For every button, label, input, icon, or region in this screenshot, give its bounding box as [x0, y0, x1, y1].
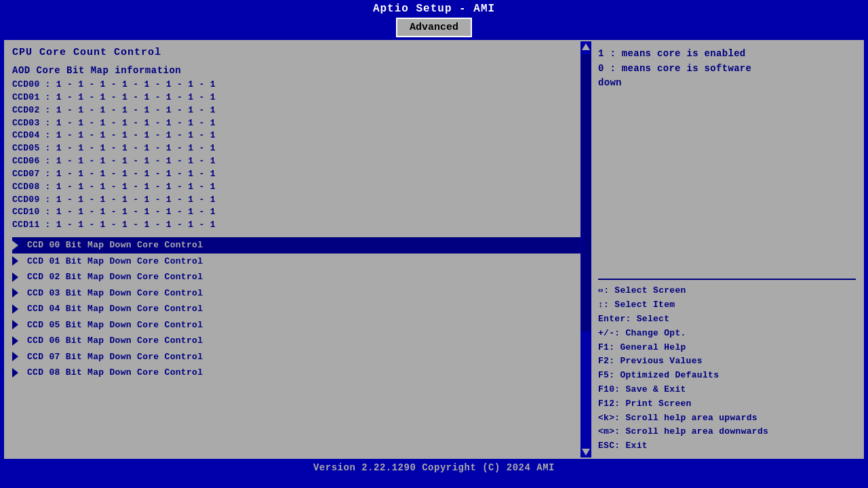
page-title: CPU Core Count Control	[12, 47, 586, 58]
help-divider	[598, 279, 856, 280]
tab-advanced[interactable]: Advanced	[396, 18, 472, 37]
menu-item-label: CCD 04 Bit Map Down Core Control	[27, 302, 203, 316]
submenu-arrow-icon	[12, 320, 23, 329]
key-legend-item: ⇔: Select Screen	[598, 284, 856, 298]
ccd-row: CCD09 : 1 - 1 - 1 - 1 - 1 - 1 - 1 - 1	[12, 194, 586, 207]
scroll-down-button[interactable]	[582, 449, 590, 455]
key-legend-item: +/-: Change Opt.	[598, 327, 856, 341]
menu-item[interactable]: CCD 05 Bit Map Down Core Control	[12, 317, 586, 333]
menu-item-label: CCD 08 Bit Map Down Core Control	[27, 366, 203, 380]
submenu-arrow-icon	[12, 304, 23, 314]
menu-item-label: CCD 01 Bit Map Down Core Control	[27, 255, 203, 268]
key-legend-item: F5: Optimized Defaults	[598, 369, 856, 383]
app-title: Aptio Setup - AMI	[373, 3, 495, 15]
menu-item[interactable]: CCD 06 Bit Map Down Core Control	[12, 333, 586, 349]
menu-item-label: CCD 05 Bit Map Down Core Control	[27, 319, 203, 332]
version-text: Version 2.22.1290 Copyright (C) 2024 AMI	[313, 462, 555, 473]
menu-items-container: CCD 00 Bit Map Down Core ControlCCD 01 B…	[12, 237, 586, 381]
ccd-row: CCD02 : 1 - 1 - 1 - 1 - 1 - 1 - 1 - 1	[12, 104, 586, 117]
help-line: down	[598, 76, 856, 91]
menu-item[interactable]: CCD 07 Bit Map Down Core Control	[12, 349, 586, 365]
right-panel: 1 : means core is enabled0 : means core …	[591, 41, 863, 458]
ccd-row: CCD07 : 1 - 1 - 1 - 1 - 1 - 1 - 1 - 1	[12, 168, 586, 181]
submenu-arrow-icon	[12, 288, 23, 298]
key-legend-item: F1: General Help	[598, 341, 856, 355]
menu-item-label: CCD 06 Bit Map Down Core Control	[27, 334, 203, 348]
scroll-thumb[interactable]	[581, 54, 591, 331]
tab-row: Advanced	[0, 16, 868, 37]
menu-item-label: CCD 07 Bit Map Down Core Control	[27, 350, 203, 364]
help-text: 1 : means core is enabled0 : means core …	[598, 47, 856, 274]
footer: Version 2.22.1290 Copyright (C) 2024 AMI	[0, 459, 868, 476]
menu-item-label: CCD 02 Bit Map Down Core Control	[27, 270, 203, 284]
scroll-up-button[interactable]	[582, 43, 590, 50]
submenu-arrow-icon	[12, 368, 23, 378]
left-panel: CPU Core Count Control AOD Core Bit Map …	[5, 41, 591, 458]
ccd-row: CCD11 : 1 - 1 - 1 - 1 - 1 - 1 - 1 - 1	[12, 219, 586, 232]
menu-item-label: CCD 00 Bit Map Down Core Control	[27, 239, 203, 252]
submenu-arrow-icon	[12, 256, 23, 266]
ccd-row: CCD08 : 1 - 1 - 1 - 1 - 1 - 1 - 1 - 1	[12, 181, 586, 194]
key-legend-item: ESC: Exit	[598, 439, 856, 453]
menu-item[interactable]: CCD 02 Bit Map Down Core Control	[12, 269, 586, 285]
ccd-row: CCD04 : 1 - 1 - 1 - 1 - 1 - 1 - 1 - 1	[12, 129, 586, 142]
key-legend-item: <m>: Scroll help area downwards	[598, 425, 856, 439]
menu-item[interactable]: CCD 01 Bit Map Down Core Control	[12, 253, 586, 270]
key-legend-item: F2: Previous Values	[598, 354, 856, 369]
submenu-arrow-icon	[12, 336, 23, 346]
ccd-row: CCD03 : 1 - 1 - 1 - 1 - 1 - 1 - 1 - 1	[12, 117, 586, 130]
scroll-track	[581, 50, 591, 449]
ccd-row: CCD00 : 1 - 1 - 1 - 1 - 1 - 1 - 1 - 1	[12, 79, 586, 92]
help-line: 1 : means core is enabled	[598, 47, 856, 62]
submenu-arrow-icon	[12, 352, 23, 361]
main-content: CPU Core Count Control AOD Core Bit Map …	[4, 40, 864, 459]
key-legend-item: Enter: Select	[598, 312, 856, 327]
menu-item[interactable]: CCD 00 Bit Map Down Core Control	[12, 237, 586, 253]
key-legend-item: <k>: Scroll help area upwards	[598, 411, 856, 426]
submenu-arrow-icon	[12, 272, 23, 282]
menu-item-label: CCD 03 Bit Map Down Core Control	[27, 287, 203, 300]
key-legend-item: ↕: Select Item	[598, 298, 856, 312]
bitmap-section: AOD Core Bit Map information CCD00 : 1 -…	[12, 65, 586, 232]
ccd-row: CCD01 : 1 - 1 - 1 - 1 - 1 - 1 - 1 - 1	[12, 92, 586, 104]
title-bar: Aptio Setup - AMI	[0, 0, 868, 16]
menu-item[interactable]: CCD 03 Bit Map Down Core Control	[12, 285, 586, 302]
ccd-row: CCD06 : 1 - 1 - 1 - 1 - 1 - 1 - 1 - 1	[12, 155, 586, 168]
ccd-row: CCD10 : 1 - 1 - 1 - 1 - 1 - 1 - 1 - 1	[12, 206, 586, 219]
ccd-rows-container: CCD00 : 1 - 1 - 1 - 1 - 1 - 1 - 1 - 1CCD…	[12, 79, 586, 232]
help-line: 0 : means core is software	[598, 62, 856, 77]
key-legend-item: F12: Print Screen	[598, 397, 856, 411]
ccd-row: CCD05 : 1 - 1 - 1 - 1 - 1 - 1 - 1 - 1	[12, 142, 586, 155]
key-legend-item: F10: Save & Exit	[598, 383, 856, 397]
bitmap-section-title: AOD Core Bit Map information	[12, 65, 586, 76]
left-scrollbar	[580, 41, 591, 458]
menu-item[interactable]: CCD 08 Bit Map Down Core Control	[12, 365, 586, 381]
submenu-arrow-icon	[12, 241, 23, 250]
key-legend: ⇔: Select Screen↕: Select ItemEnter: Sel…	[598, 284, 856, 453]
menu-item[interactable]: CCD 04 Bit Map Down Core Control	[12, 301, 586, 317]
